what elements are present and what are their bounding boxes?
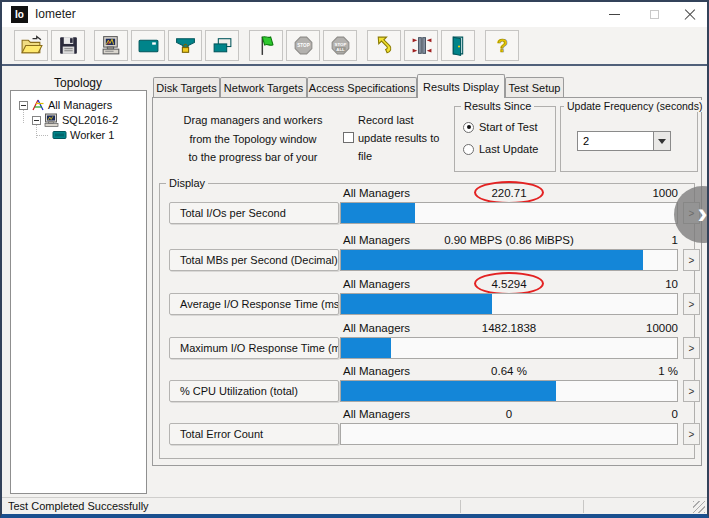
metric-row: All Managers 0.64 % 1 % % CPU Utilizatio… [167,365,701,407]
metric-progress-fill [341,250,643,270]
stop-all-tests-button[interactable]: STOP ALL [323,30,357,61]
start-tests-button[interactable] [249,30,283,61]
tree-item-label: All Managers [48,99,112,111]
stop-all-sign-icon: STOP ALL [329,34,352,57]
save-floppy-icon [57,34,80,57]
worker-icon [52,129,67,141]
metric-progress-bar[interactable] [340,202,678,224]
update-frequency-select[interactable]: 2 [577,131,671,151]
app-logo-icon: Io [11,6,28,23]
start-new-manager-button[interactable] [94,30,128,61]
metric-more-button[interactable]: > [683,293,700,315]
svg-text:ALL: ALL [336,47,345,52]
metric-row: All Managers 0 0 Total Error Count > [167,408,701,450]
record-results-checkbox[interactable] [343,132,354,143]
tab-access-specifications[interactable]: Access Specifications [307,77,417,98]
new-network-worker-button[interactable] [168,30,202,61]
record-results-label: Record last update results to file [358,111,458,165]
metric-more-button[interactable]: > [683,337,700,359]
metric-select-button[interactable]: Total Error Count [169,423,339,445]
resize-grip[interactable] [693,501,705,513]
metric-progress-bar[interactable] [340,423,678,445]
manager-computer-icon [44,113,59,127]
reset-workers-button[interactable] [367,30,401,61]
metric-progress-fill [341,381,556,401]
show-connections-button[interactable] [404,30,438,61]
metric-more-button[interactable]: > [683,249,700,271]
close-icon [684,9,696,21]
tree-item-all-managers[interactable]: All Managers [19,98,112,112]
save-results-button[interactable] [51,30,85,61]
metric-progress-fill [341,294,492,314]
metric-max-label: 0 [340,408,678,420]
about-button[interactable]: ? [485,30,519,61]
next-glyph: › [698,196,708,230]
results-since-group: Results Since Start of Test Last Update [454,106,556,172]
collapse-icon[interactable] [32,116,41,125]
metric-row: All Managers 1482.1838 10000 Maximum I/O… [167,322,701,364]
metric-select-button[interactable]: Maximum I/O Response Time (ms [169,337,339,359]
connections-icon [410,34,433,57]
reset-arrow-icon [373,34,396,57]
update-frequency-group: Update Frequency (seconds) 2 [560,106,698,172]
status-divider [460,500,461,513]
metric-max-label: 10000 [340,322,678,334]
metric-select-button[interactable]: % CPU Utilization (total) [169,380,339,402]
metric-progress-bar[interactable] [340,380,678,402]
metric-more-button[interactable]: > [683,423,700,445]
metric-select-button[interactable]: Average I/O Response Time (ms) [169,293,339,315]
minimize-icon [609,14,620,15]
minimize-button[interactable] [598,2,630,27]
stop-sign-icon: STOP [292,34,315,57]
topology-tree[interactable]: All Managers SQL2016-2 Worker 1 [10,90,147,494]
metric-max-label: 1000 [340,187,678,199]
metric-progress-bar[interactable] [340,249,678,271]
open-file-button[interactable] [14,30,48,61]
close-button[interactable] [674,2,706,27]
metric-progress-bar[interactable] [340,293,678,315]
stop-test-button[interactable]: STOP [286,30,320,61]
maximize-button[interactable] [638,2,670,27]
tree-item-worker[interactable]: Worker 1 [52,129,114,141]
title-bar[interactable]: Io Iometer [2,2,707,27]
main-area: Topology All Managers [2,68,707,497]
radio-last-update[interactable]: Last Update [463,143,538,155]
tab-network-targets[interactable]: Network Targets [220,77,307,98]
new-disk-worker-button[interactable] [131,30,165,61]
tab-disk-targets[interactable]: Disk Targets [153,77,220,98]
collapse-icon[interactable] [19,101,28,110]
radio-start-of-test[interactable]: Start of Test [463,121,538,133]
tree-connector [36,135,48,136]
svg-text:STOP: STOP [334,42,346,47]
status-bar: Test Completed Successfully [2,497,707,514]
window-title: Iometer [35,7,76,21]
radio-label: Start of Test [479,121,538,133]
status-divider [583,500,584,513]
metric-select-button[interactable]: Total I/Os per Second [169,202,339,224]
help-icon: ? [491,34,514,57]
iometer-window: Io Iometer [0,0,709,518]
display-rows: All Managers 220.71 1000 Total I/Os per … [167,187,701,455]
radio-icon[interactable] [463,144,474,155]
metric-more-button[interactable]: > [683,380,700,402]
tab-test-setup[interactable]: Test Setup [505,77,564,98]
tree-item-label: SQL2016-2 [62,114,118,126]
metric-progress-fill [341,203,415,223]
svg-text:STOP: STOP [297,43,309,48]
svg-text:?: ? [497,36,508,56]
metric-max-label: 1 % [340,365,678,377]
results-since-title: Results Since [461,100,534,112]
metric-max-label: 10 [340,278,678,290]
metric-progress-bar[interactable] [340,337,678,359]
maximize-icon [650,10,659,19]
duplicate-worker-icon [211,34,234,57]
dropdown-button[interactable] [653,132,670,150]
exit-button[interactable] [441,30,475,61]
duplicate-worker-button[interactable] [205,30,239,61]
tab-results-display[interactable]: Results Display [417,74,505,98]
all-managers-icon [31,98,45,112]
radio-selected-icon[interactable] [463,122,474,133]
topology-label: Topology [30,76,126,90]
metric-select-button[interactable]: Total MBs per Second (Decimal) [169,249,339,271]
tree-item-manager[interactable]: SQL2016-2 [32,113,118,127]
